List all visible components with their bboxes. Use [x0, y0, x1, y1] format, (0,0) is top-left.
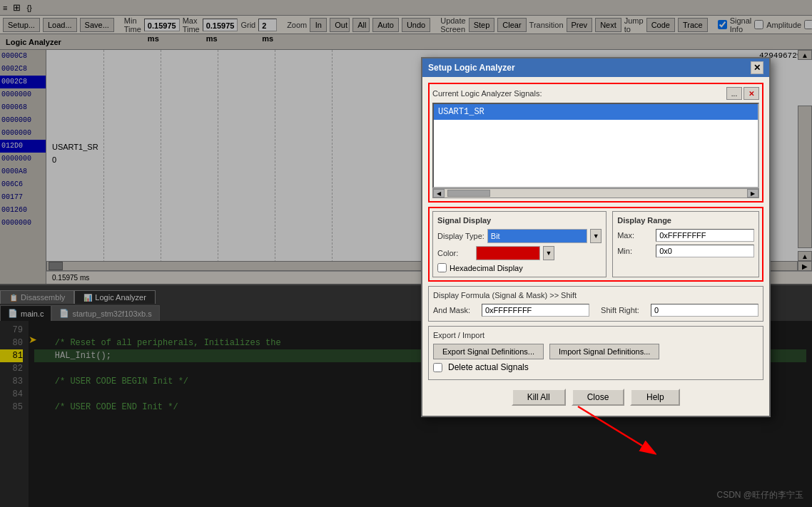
modal-close-button[interactable]: ✕	[751, 61, 763, 74]
min-input[interactable]	[656, 245, 754, 257]
import-signal-button[interactable]: Import Signal Definitions...	[549, 344, 659, 359]
formula-row: And Mask: Shift Right:	[433, 304, 758, 317]
display-range-title: Display Range	[617, 216, 754, 225]
max-label: Max:	[617, 231, 653, 240]
min-row: Min:	[617, 245, 754, 257]
close-button[interactable]: Close	[572, 389, 625, 406]
shift-right-label: Shift Right:	[601, 306, 639, 314]
color-row: Color: ▼	[437, 246, 602, 260]
signal-list-buttons: ... ✕	[726, 87, 759, 100]
and-mask-input[interactable]	[482, 304, 589, 317]
display-type-combo[interactable]: Bit	[487, 229, 587, 243]
export-title: Export / Import	[433, 331, 758, 339]
hex-display-label: Hexadecimal Display	[450, 264, 523, 272]
export-signal-button[interactable]: Export Signal Definitions...	[433, 344, 544, 359]
display-type-arrow[interactable]: ▼	[590, 229, 602, 243]
display-section: Signal Display Display Type: Bit ▼ Color…	[428, 207, 763, 282]
formula-title: Display Formula (Signal & Mask) >> Shift	[433, 291, 758, 299]
kill-all-button[interactable]: Kill All	[512, 389, 566, 406]
color-label: Color:	[437, 249, 473, 257]
hex-display-row: Hexadecimal Display	[437, 263, 602, 272]
signal-display-box: Signal Display Display Type: Bit ▼ Color…	[432, 211, 607, 277]
max-row: Max:	[617, 229, 754, 242]
min-label: Min:	[617, 247, 653, 255]
list-hscrollbar[interactable]: ◀ ▶	[432, 188, 759, 198]
signal-list-section: Current Logic Analyzer Signals: ... ✕ US…	[428, 83, 763, 203]
scroll-thumb	[447, 190, 490, 197]
current-signals-label: Current Logic Analyzer Signals:	[432, 89, 542, 98]
and-mask-label: And Mask:	[433, 306, 470, 314]
color-dropdown-button[interactable]: ▼	[543, 246, 554, 260]
hex-display-check[interactable]	[437, 263, 447, 272]
display-type-row: Display Type: Bit ▼	[437, 229, 602, 243]
scroll-left[interactable]: ◀	[433, 189, 445, 198]
color-picker[interactable]	[476, 246, 540, 260]
delete-signals-label: Delete actual Signals	[448, 362, 529, 372]
scroll-right[interactable]: ▶	[747, 189, 758, 198]
modal-body: Current Logic Analyzer Signals: ... ✕ US…	[422, 77, 769, 416]
delete-signals-check[interactable]	[433, 363, 442, 372]
modal-title: Setup Logic Analyzer	[428, 63, 515, 73]
display-range-box: Display Range Max: Min:	[612, 211, 759, 277]
export-row: Export Signal Definitions... Import Sign…	[433, 344, 758, 359]
export-section: Export / Import Export Signal Definition…	[428, 326, 763, 380]
delete-row: Delete actual Signals	[433, 362, 758, 372]
modal-footer: Kill All Close Help	[428, 384, 763, 410]
add-signal-button[interactable]: ...	[726, 87, 742, 100]
help-button[interactable]: Help	[630, 389, 680, 406]
signal-listbox[interactable]: USART1_SR	[432, 103, 759, 188]
modal-titlebar: Setup Logic Analyzer ✕	[422, 58, 769, 77]
signal-list-header: Current Logic Analyzer Signals: ... ✕	[432, 87, 759, 100]
setup-dialog: Setup Logic Analyzer ✕ Current Logic Ana…	[421, 57, 771, 417]
signal-item-usart1sr[interactable]: USART1_SR	[434, 104, 758, 120]
signal-display-title: Signal Display	[437, 216, 602, 225]
formula-section: Display Formula (Signal & Mask) >> Shift…	[428, 286, 763, 322]
display-type-label: Display Type:	[437, 232, 484, 240]
max-input[interactable]	[656, 229, 754, 242]
shift-right-input[interactable]	[651, 304, 758, 317]
remove-signal-button[interactable]: ✕	[744, 87, 759, 100]
